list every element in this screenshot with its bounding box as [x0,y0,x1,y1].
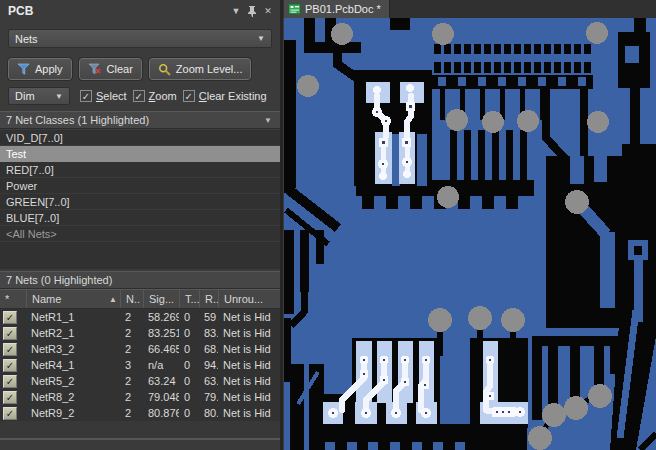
panel-toolbar: Apply Clear Zoom Level... [8,58,251,80]
cell-t: 0 [179,311,199,323]
pcb-editor-area [284,18,656,450]
net-class-item[interactable]: VID_D[7..0] [0,130,280,146]
cell-t: 0 [179,343,199,355]
magnifier-icon [158,63,171,76]
clear-funnel-icon [88,63,102,75]
net-class-item[interactable]: BLUE[7..0] [0,210,280,226]
table-row[interactable]: ✓ NetR5_2 2 63.24 0 63. Net is Hid [0,373,280,389]
collapse-icon[interactable]: ▼ [264,116,280,125]
column-header-check[interactable]: * [0,290,26,308]
clear-existing-checkbox-label: Clear Existing [199,90,267,102]
net-class-item[interactable]: GREEN[7..0] [0,194,280,210]
pad-center-cutout [634,246,642,255]
chevron-down-icon: ▼ [251,34,271,43]
table-row[interactable]: ✓ NetR2_1 2 83.251 0 83. Net is Hid [0,325,280,341]
net-class-item[interactable]: Power [0,178,280,194]
net-class-item[interactable]: RED[7..0] [0,162,280,178]
net-classes-header-text: 7 Net Classes (1 Highlighted) [0,114,264,126]
cell-routed: 94. [199,359,218,371]
column-header-signal[interactable]: Sig... [143,290,179,308]
column-header-t[interactable]: T... [179,290,199,308]
panel-mode-select[interactable]: Nets ▼ [8,29,272,48]
cell-name: NetR2_1 [26,327,120,339]
nets-table: ✓ NetR1_1 2 58.269 0 59 Net is Hid ✓ Net… [0,309,280,421]
net-class-item-all-nets[interactable]: <All Nets> [0,226,280,242]
table-row[interactable]: ✓ NetR4_1 3 n/a 0 94. Net is Hid [0,357,280,373]
pcb-doc-icon [288,3,301,15]
cell-routed: 83. [199,327,218,339]
cell-nodes: 2 [120,327,143,339]
cell-name: NetR4_1 [26,359,120,371]
cell-unrouted: Net is Hid [218,327,280,339]
cell-unrouted: Net is Hid [218,391,280,403]
table-row[interactable]: ✓ NetR9_2 2 80.876 0 80. Net is Hid [0,405,280,421]
column-header-name[interactable]: Name ▲ [26,290,120,308]
close-icon[interactable]: ✕ [260,3,276,19]
panel-mode-value: Nets [9,33,251,45]
clear-button[interactable]: Clear [79,58,142,80]
document-tab-bar: PB01.PcbDoc * [283,0,656,18]
column-header-routed[interactable]: R... [199,290,218,308]
row-checkbox[interactable]: ✓ [3,327,17,340]
net-class-item-selected[interactable]: Test [0,146,280,162]
dim-mode-select[interactable]: Dim ▼ [8,87,70,105]
cell-routed: 79. [199,391,218,403]
cell-signal: 66.465 [143,343,179,355]
cell-unrouted: Net is Hid [218,359,280,371]
cell-routed: 59 [199,311,218,323]
pin-icon[interactable] [244,3,260,19]
cell-signal: 83.251 [143,327,179,339]
apply-button[interactable]: Apply [8,58,72,80]
application-window: PCB ▼ ✕ Nets ▼ Apply Clear Zoom Level... [0,0,656,450]
zoom-checkbox[interactable]: ✓ [133,90,145,102]
nets-table-header: * Name ▲ N.. Sig... T... R... Unrou... [0,289,280,309]
apply-funnel-icon [17,63,30,75]
dim-mode-value: Dim [9,90,49,102]
row-checkbox[interactable]: ✓ [3,407,17,420]
apply-button-label: Apply [35,63,63,75]
clear-existing-checkbox[interactable]: ✓ [183,90,195,102]
row-checkbox[interactable]: ✓ [3,311,17,324]
chevron-down-icon: ▼ [49,92,69,101]
column-header-unrouted[interactable]: Unrou... [218,290,280,308]
cell-routed: 63. [199,375,218,387]
zoom-level-button[interactable]: Zoom Level... [149,58,252,80]
tab-pcb-document[interactable]: PB01.PcbDoc * [284,0,390,18]
tab-title: PB01.PcbDoc * [305,3,381,15]
zoom-level-button-label: Zoom Level... [176,63,243,75]
row-checkbox[interactable]: ✓ [3,375,17,388]
cell-unrouted: Net is Hid [218,407,280,419]
nets-header-text: 7 Nets (0 Highlighted) [0,274,280,286]
table-row[interactable]: ✓ NetR1_1 2 58.269 0 59 Net is Hid [0,309,280,325]
select-checkbox[interactable]: ✓ [80,90,92,102]
panel-editor-splitter[interactable] [280,0,283,450]
cell-signal: 63.24 [143,375,179,387]
cell-t: 0 [179,359,199,371]
column-header-nodes[interactable]: N.. [120,290,143,308]
cell-signal: 79.048 [143,391,179,403]
cell-t: 0 [179,327,199,339]
table-row[interactable]: ✓ NetR3_2 2 66.465 0 68. Net is Hid [0,341,280,357]
pcb-canvas[interactable] [284,18,656,450]
row-checkbox[interactable]: ✓ [3,359,17,372]
row-checkbox[interactable]: ✓ [3,391,17,404]
cell-name: NetR9_2 [26,407,120,419]
clear-button-label: Clear [107,63,133,75]
sort-ascending-icon: ▲ [109,295,117,304]
net-classes-list: VID_D[7..0] Test RED[7..0] Power GREEN[7… [0,130,280,269]
row-checkbox[interactable]: ✓ [3,343,17,356]
panel-menu-icon[interactable]: ▼ [228,3,244,19]
cell-signal: 58.269 [143,311,179,323]
net-classes-header: 7 Net Classes (1 Highlighted) ▼ [0,111,280,129]
cell-name: NetR5_2 [26,375,120,387]
cell-name: NetR1_1 [26,311,120,323]
panel-titlebar: PCB ▼ ✕ [0,0,280,22]
cell-nodes: 2 [120,391,143,403]
cell-nodes: 3 [120,359,143,371]
cell-unrouted: Net is Hid [218,343,280,355]
pcb-panel: PCB ▼ ✕ Nets ▼ Apply Clear Zoom Level... [0,0,280,450]
cell-nodes: 2 [120,407,143,419]
table-row[interactable]: ✓ NetR8_2 2 79.048 0 79. Net is Hid [0,389,280,405]
cell-unrouted: Net is Hid [218,311,280,323]
select-checkbox-label: Select [96,90,127,102]
